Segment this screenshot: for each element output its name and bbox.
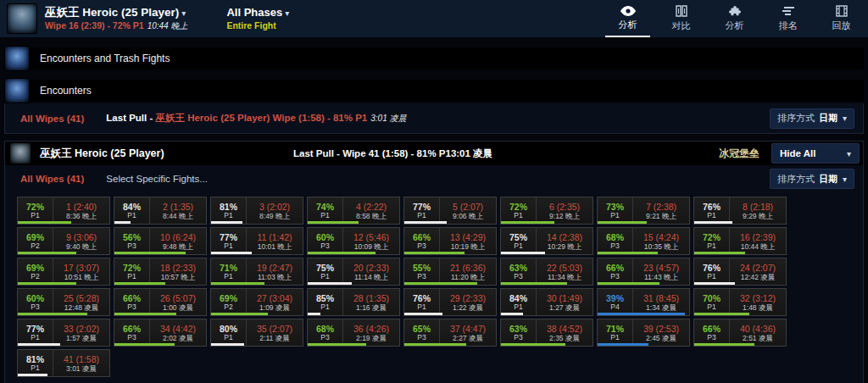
fight-timestamp: 11:43 晚上 (644, 273, 678, 281)
fight-cell[interactable]: 65%P337 (4:47)2:27 凌晨 (403, 319, 497, 347)
fight-cell[interactable]: 74%P14 (2:22)8:58 晚上 (307, 197, 400, 225)
fight-timestamp: 8:58 晚上 (356, 212, 387, 220)
fight-cell[interactable]: 76%P129 (2:33)1:22 凌晨 (403, 288, 497, 316)
phases-dropdown-label[interactable]: All Phases (226, 6, 282, 19)
fight-cell[interactable]: 76%P18 (2:18)9:29 晚上 (693, 197, 787, 225)
fight-cell[interactable]: 71%P139 (2:53)2:45 凌晨 (597, 319, 690, 347)
fight-phase: P3 (127, 242, 136, 251)
tab-analyze[interactable]: 分析 (601, 0, 654, 37)
fight-cell[interactable]: 76%P124 (2:07)12:42 凌晨 (693, 258, 787, 286)
select-fights-link[interactable]: Select Specific Fights... (106, 174, 208, 184)
fight-cell[interactable]: 81%P141 (1:58)3:01 凌晨 (17, 349, 110, 377)
fight-cell[interactable]: 72%P11 (2:40)8:36 晚上 (17, 197, 110, 225)
fight-timestamp: 12:42 凌晨 (741, 273, 776, 281)
fight-timestamp: 9:06 晚上 (453, 212, 483, 220)
fight-percent-phase: 76%P1 (404, 289, 440, 315)
boss-title[interactable]: 巫妖王 Heroic (25 Player) (45, 6, 179, 19)
fight-progress-bar (18, 343, 60, 346)
fight-cell[interactable]: 39%P431 (8:45)1:34 凌晨 (597, 288, 690, 316)
fight-cell[interactable]: 63%P338 (4:52)2:35 凌晨 (500, 319, 593, 347)
fight-timestamp: 1:27 凌晨 (549, 303, 580, 312)
fight-label-time: 17 (3:07)10:51 晚上 (53, 258, 109, 285)
fight-timestamp: 11:14 晚上 (354, 273, 388, 281)
fight-cell[interactable]: 69%P29 (3:06)9:40 晚上 (17, 227, 110, 255)
all-wipes-link[interactable]: All Wipes (41) (20, 114, 84, 124)
tab-label: 回放 (832, 19, 851, 32)
last-pull-link[interactable]: Wipe 41 (1:58) - 81% P1 (342, 148, 451, 158)
fight-cell[interactable]: 77%P111 (1:42)10:01 晚上 (210, 227, 303, 255)
fight-cell[interactable]: 81%P13 (2:02)8:49 晚上 (210, 197, 303, 225)
sort-by-button[interactable]: 排序方式日期▾ (770, 108, 854, 129)
fight-cell[interactable]: 63%P322 (5:03)11:34 晚上 (500, 258, 593, 286)
fight-cell[interactable]: 60%P325 (5:28)12:48 凌晨 (17, 288, 110, 316)
tab-compare[interactable]: 对比 (654, 0, 708, 37)
fight-cell[interactable]: 75%P120 (2:33)11:14 晚上 (307, 258, 400, 286)
phase-selector[interactable]: All Phases▾ Entire Fight (226, 6, 289, 32)
fight-phase: P1 (707, 242, 715, 251)
fight-cell[interactable]: 85%P128 (1:35)1:16 凌晨 (307, 288, 400, 316)
main-tabs: 分析 对比 分析 排名 回放 (601, 0, 868, 37)
fight-percent-phase: 56%P3 (114, 228, 150, 254)
encounter-panel: 巫妖王 Heroic (25 Player) Last Pull - Wipe … (4, 141, 864, 383)
fight-number-duration: 39 (2:53) (643, 324, 679, 335)
fight-cell[interactable]: 69%P217 (3:07)10:51 晚上 (17, 258, 110, 286)
fight-progress-bar (308, 343, 366, 346)
fight-cell[interactable]: 66%P334 (4:42)2:02 凌晨 (114, 319, 207, 347)
fight-cell[interactable]: 73%P17 (2:38)9:21 晚上 (597, 197, 690, 225)
section-trash-fights[interactable]: Encounters and Trash Fights (4, 46, 864, 71)
fight-progress-bar (18, 313, 87, 315)
fight-cell[interactable]: 77%P15 (2:07)9:06 晚上 (403, 197, 497, 225)
fight-cell[interactable]: 56%P310 (6:24)9:48 晚上 (114, 227, 207, 255)
last-pull-link[interactable]: 巫妖王 Heroic (25 Player) Wipe (1:58) - 81%… (155, 113, 367, 123)
fight-percent-phase: 63%P3 (501, 319, 537, 346)
fight-cell[interactable]: 60%P312 (5:46)10:09 晚上 (307, 227, 400, 255)
fight-cell[interactable]: 66%P326 (5:07)1:00 凌晨 (114, 288, 207, 316)
fight-cell[interactable]: 84%P130 (1:49)1:27 凌晨 (500, 288, 593, 316)
fight-progress-bar (694, 313, 749, 315)
all-wipes-link[interactable]: All Wipes (41) (20, 174, 84, 184)
fight-timestamp: 1:34 凌晨 (646, 303, 676, 312)
fight-cell[interactable]: 55%P321 (6:36)11:20 晚上 (403, 258, 497, 286)
fight-cell[interactable]: 66%P340 (4:36)2:51 凌晨 (693, 319, 787, 347)
fight-label-time: 24 (2:07)12:42 凌晨 (730, 258, 786, 285)
sort-by-button[interactable]: 排序方式日期▾ (770, 169, 854, 189)
fight-timestamp: 9:12 晚上 (549, 212, 580, 220)
tab-label: 分析 (619, 19, 637, 31)
fight-cell[interactable]: 68%P336 (4:26)2:19 凌晨 (307, 319, 400, 347)
hide-all-button[interactable]: Hide All▾ (771, 143, 860, 164)
tab-replay[interactable]: 回放 (815, 0, 868, 37)
fight-cell[interactable]: 84%P12 (1:35)8:44 晚上 (114, 197, 207, 225)
fight-number-duration: 24 (2:07) (740, 263, 776, 274)
fight-number-duration: 14 (2:38) (547, 232, 582, 243)
fight-number-duration: 27 (3:04) (257, 293, 292, 304)
fight-progress-bar (18, 221, 71, 224)
fight-cell[interactable]: 69%P227 (3:04)1:09 凌晨 (210, 288, 303, 316)
fight-percent-phase: 77%P1 (211, 228, 247, 254)
fight-percent-phase: 69%P2 (18, 228, 53, 254)
fight-percent-phase: 71%P1 (211, 258, 247, 285)
fight-cell[interactable]: 72%P116 (2:39)10:44 晚上 (693, 227, 787, 255)
fight-progress-bar (694, 282, 735, 285)
fight-cell[interactable]: 68%P315 (4:24)10:35 晚上 (597, 227, 690, 255)
fight-cell[interactable]: 66%P313 (4:29)10:19 晚上 (403, 227, 497, 255)
fight-phase: P1 (320, 273, 329, 281)
encounter-header: 巫妖王 Heroic (25 Player) Last Pull - Wipe … (5, 142, 863, 165)
fight-cell[interactable]: 72%P118 (2:33)10:57 晚上 (114, 258, 207, 286)
section-encounters[interactable]: Encounters (4, 78, 864, 103)
fight-phase: P3 (707, 334, 715, 342)
boss-icon (7, 3, 37, 34)
last-pull-time: 3:01 凌晨 (370, 114, 406, 123)
fight-cell[interactable]: 80%P135 (2:07)2:11 凌晨 (210, 319, 303, 347)
fight-cell[interactable]: 71%P119 (2:47)11:03 晚上 (210, 258, 303, 286)
tab-analyze-2[interactable]: 分析 (708, 0, 761, 37)
report-title-block[interactable]: 巫妖王 Heroic (25 Player)▾ Wipe 16 (2:39) -… (45, 6, 187, 31)
fight-cell[interactable]: 77%P133 (2:02)1:57 凌晨 (17, 319, 110, 347)
fight-number-duration: 2 (1:35) (163, 202, 193, 213)
fight-number-duration: 26 (5:07) (160, 293, 196, 304)
fight-cell[interactable]: 70%P132 (3:12)1:48 凌晨 (693, 288, 787, 316)
fight-cell[interactable]: 75%P114 (2:38)10:29 晚上 (500, 227, 593, 255)
fight-phase: P3 (514, 334, 522, 342)
fight-cell[interactable]: 72%P16 (2:35)9:12 晚上 (500, 197, 593, 225)
fight-cell[interactable]: 66%P323 (4:57)11:43 晚上 (597, 258, 690, 286)
tab-rankings[interactable]: 排名 (761, 0, 815, 37)
